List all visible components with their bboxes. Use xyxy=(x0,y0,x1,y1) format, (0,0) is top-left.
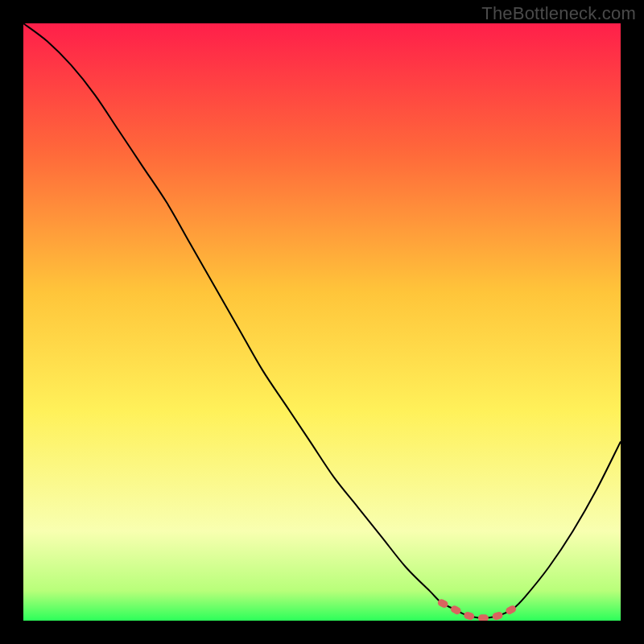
marker-path xyxy=(441,603,513,618)
optimal-range-marker xyxy=(23,23,621,621)
chart-frame: TheBottleneck.com xyxy=(0,0,644,644)
plot-area xyxy=(23,23,621,621)
watermark-text: TheBottleneck.com xyxy=(481,3,636,24)
